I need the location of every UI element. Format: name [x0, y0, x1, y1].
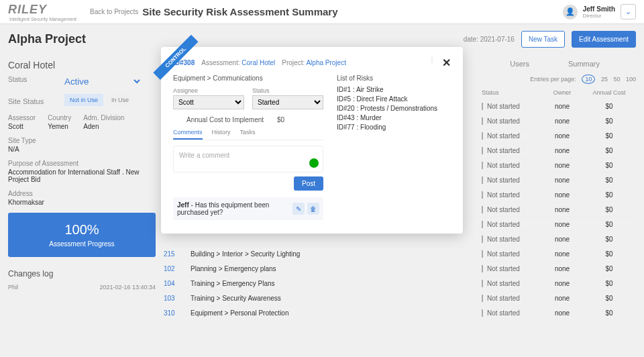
modal-status-label: Status [252, 87, 323, 94]
row-path: Training > Emergency Plans [191, 280, 482, 287]
table-row[interactable]: 104Training > Emergency PlansNot started… [164, 276, 636, 291]
logo-text: RILEY [8, 3, 47, 16]
row-id[interactable]: 215 [164, 250, 191, 258]
row-owner: none [542, 250, 582, 258]
row-cost: $0 [582, 132, 636, 140]
status-select[interactable]: Active [62, 76, 142, 87]
row-cost: $0 [582, 236, 636, 243]
status-label: Status [8, 76, 62, 87]
sitestatus-notinuse-button[interactable]: Not in Use [64, 94, 103, 106]
risk-item: ID#1 : Air Strike [337, 86, 451, 93]
modal-status-select[interactable]: Started [252, 95, 323, 109]
risks-list: ID#1 : Air StrikeID#5 : Direct Fire Atta… [337, 86, 451, 131]
row-cost: $0 [582, 309, 636, 317]
row-status: Not started [482, 295, 520, 302]
row-path: Planning > Emergency plans [191, 265, 482, 272]
row-owner: none [542, 147, 582, 154]
country-value: Yemen [48, 123, 68, 130]
country-label: Country [48, 114, 71, 121]
row-id[interactable] [164, 236, 191, 243]
table-row[interactable]: Not startednone$0 [164, 232, 636, 246]
row-cost: $0 [582, 265, 636, 272]
row-owner: none [542, 162, 582, 169]
modal-assessment-link[interactable]: Coral Hotel [241, 59, 275, 66]
row-cost: $0 [582, 280, 636, 287]
col-owner[interactable]: Owner [542, 89, 582, 96]
tab-comments[interactable]: Comments [173, 129, 203, 140]
page-size-10[interactable]: 10 [582, 74, 595, 84]
tab-users[interactable]: Users [507, 54, 532, 76]
row-status: Not started [482, 103, 520, 110]
table-row[interactable]: 310Equipment > Personal ProtectionNot st… [164, 305, 636, 320]
user-role: Director [583, 13, 615, 19]
row-path: Equipment > Personal Protection [191, 309, 482, 317]
progress-pct: 100% [17, 222, 146, 238]
more-icon[interactable]: ⋮ [429, 56, 435, 69]
tab-history[interactable]: History [212, 129, 231, 140]
address-value: Khormaksar [8, 199, 44, 206]
sidebar: Status Active Site Status Not in Use In … [8, 76, 156, 320]
user-name: Jeff Smith [583, 5, 615, 13]
row-owner: none [542, 280, 582, 287]
row-cost: $0 [582, 206, 636, 213]
sitetype-value: N/A [8, 146, 19, 153]
row-id[interactable]: 310 [164, 309, 191, 317]
table-row[interactable]: 215Building > Interior > Security Lighti… [164, 246, 636, 261]
row-path: Building > Interior > Security Lighting [191, 250, 482, 258]
new-task-button[interactable]: New Task [521, 31, 565, 48]
page-size-100[interactable]: 100 [626, 76, 636, 83]
modal-project-link[interactable]: Alpha Project [306, 59, 345, 66]
assignee-select[interactable]: Scott [173, 95, 244, 109]
risk-item: ID#20 : Protests / Demonstrations [337, 105, 451, 112]
assignee-label: Assignee [173, 87, 244, 94]
page-title: Site Security Risk Assessment Summary [142, 6, 337, 17]
modal-breadcrumb: Equipment > Communications [173, 74, 323, 82]
row-status: Not started [482, 191, 520, 199]
edit-assessment-button[interactable]: Edit Assessment [572, 31, 636, 48]
progress-box: 100% Assessment Progress [8, 213, 156, 257]
assessor-label: Assessor [8, 114, 36, 121]
page-size-25[interactable]: 25 [601, 76, 608, 83]
sitestatus-inuse-button[interactable]: In Use [106, 94, 134, 106]
back-to-projects-link[interactable]: Back to Projects [90, 8, 138, 15]
site-name: Coral Hotel [8, 54, 156, 76]
row-id[interactable]: 104 [164, 280, 191, 287]
edit-comment-icon[interactable]: ✎ [292, 203, 305, 215]
user-menu-caret[interactable]: ⌄ [621, 4, 636, 19]
row-status: Not started [482, 265, 520, 272]
assessor-value: Scott [8, 123, 23, 130]
row-owner: none [542, 265, 582, 272]
row-status: Not started [482, 309, 520, 317]
row-cost: $0 [582, 162, 636, 169]
avatar[interactable]: 👤 [563, 5, 578, 19]
row-owner: none [542, 309, 582, 317]
logo-subtitle: Intelligent Security Management [9, 17, 76, 21]
table-row[interactable]: 102Planning > Emergency plansNot started… [164, 261, 636, 276]
row-status: Not started [482, 236, 520, 243]
col-status[interactable]: Status [482, 89, 542, 96]
changes-log-header: Changes log [8, 269, 156, 278]
row-status: Not started [482, 117, 520, 125]
row-status: Not started [482, 176, 520, 184]
row-owner: none [542, 236, 582, 243]
row-id[interactable]: 102 [164, 265, 191, 272]
tab-tasks[interactable]: Tasks [240, 129, 256, 140]
row-id[interactable]: 103 [164, 295, 191, 302]
close-icon[interactable]: ✕ [442, 56, 451, 69]
row-cost: $0 [582, 176, 636, 184]
row-status: Not started [482, 206, 520, 213]
tab-summary[interactable]: Summary [566, 54, 602, 76]
page-size-50[interactable]: 50 [613, 76, 620, 83]
delete-comment-icon[interactable]: 🗑 [307, 203, 319, 215]
comment-input[interactable]: Write a comment [173, 146, 323, 172]
app-header: RILEY Intelligent Security Management Ba… [0, 0, 644, 24]
row-status: Not started [482, 147, 520, 154]
post-button[interactable]: Post [294, 176, 323, 191]
cost-row: Annual Cost to Implement$0 [173, 116, 323, 123]
row-owner: none [542, 117, 582, 125]
comment-entry: Jeff - Has this equipment been purchased… [173, 197, 323, 220]
row-cost: $0 [582, 295, 636, 302]
table-row[interactable]: 103Training > Security AwarenessNot star… [164, 291, 636, 305]
risk-item: ID#77 : Flooding [337, 123, 451, 131]
col-cost[interactable]: Annual Cost [582, 89, 636, 96]
